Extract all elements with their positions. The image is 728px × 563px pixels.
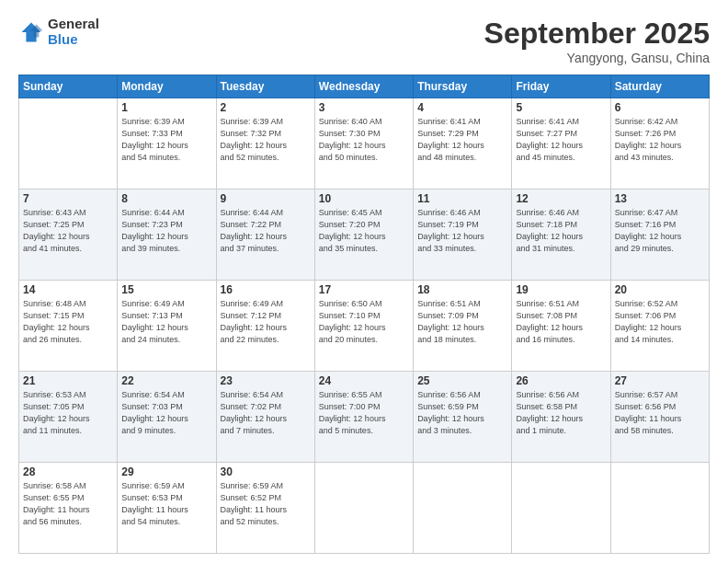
day-info: Sunrise: 6:55 AM Sunset: 7:00 PM Dayligh… xyxy=(319,389,409,437)
calendar-cell: 30Sunrise: 6:59 AM Sunset: 6:52 PM Dayli… xyxy=(216,463,314,554)
day-info: Sunrise: 6:45 AM Sunset: 7:20 PM Dayligh… xyxy=(319,207,409,255)
calendar-cell: 27Sunrise: 6:57 AM Sunset: 6:56 PM Dayli… xyxy=(610,372,709,463)
day-number: 17 xyxy=(319,283,409,296)
day-number: 5 xyxy=(516,101,606,114)
calendar-cell: 21Sunrise: 6:53 AM Sunset: 7:05 PM Dayli… xyxy=(19,372,118,463)
day-number: 11 xyxy=(417,192,507,205)
day-info: Sunrise: 6:51 AM Sunset: 7:08 PM Dayligh… xyxy=(516,298,606,346)
day-number: 26 xyxy=(516,374,606,387)
calendar-cell xyxy=(610,463,709,554)
day-info: Sunrise: 6:52 AM Sunset: 7:06 PM Dayligh… xyxy=(615,298,705,346)
calendar-cell: 4Sunrise: 6:41 AM Sunset: 7:29 PM Daylig… xyxy=(414,98,512,190)
calendar-cell: 12Sunrise: 6:46 AM Sunset: 7:18 PM Dayli… xyxy=(512,190,610,281)
day-number: 7 xyxy=(23,192,113,205)
day-number: 21 xyxy=(23,374,113,387)
day-number: 25 xyxy=(417,374,507,387)
weekday-header-row: SundayMondayTuesdayWednesdayThursdayFrid… xyxy=(19,75,710,98)
weekday-header-friday: Friday xyxy=(512,75,610,98)
week-row-4: 21Sunrise: 6:53 AM Sunset: 7:05 PM Dayli… xyxy=(19,372,710,463)
day-info: Sunrise: 6:40 AM Sunset: 7:30 PM Dayligh… xyxy=(319,116,409,164)
calendar-cell xyxy=(512,463,610,554)
day-info: Sunrise: 6:54 AM Sunset: 7:03 PM Dayligh… xyxy=(121,389,211,437)
weekday-header-saturday: Saturday xyxy=(610,75,709,98)
calendar-cell: 17Sunrise: 6:50 AM Sunset: 7:10 PM Dayli… xyxy=(314,281,413,372)
weekday-header-sunday: Sunday xyxy=(19,75,118,98)
calendar-cell: 24Sunrise: 6:55 AM Sunset: 7:00 PM Dayli… xyxy=(314,372,413,463)
day-info: Sunrise: 6:47 AM Sunset: 7:16 PM Dayligh… xyxy=(615,207,705,255)
day-info: Sunrise: 6:44 AM Sunset: 7:23 PM Dayligh… xyxy=(121,207,211,255)
logo-text: General Blue xyxy=(48,17,99,47)
day-number: 8 xyxy=(121,192,211,205)
day-info: Sunrise: 6:58 AM Sunset: 6:55 PM Dayligh… xyxy=(23,480,113,528)
logo-blue-text: Blue xyxy=(48,32,99,48)
calendar-cell: 14Sunrise: 6:48 AM Sunset: 7:15 PM Dayli… xyxy=(19,281,118,372)
day-number: 16 xyxy=(221,283,311,296)
logo: General Blue xyxy=(18,17,99,47)
day-info: Sunrise: 6:56 AM Sunset: 6:58 PM Dayligh… xyxy=(516,389,606,437)
day-number: 24 xyxy=(319,374,409,387)
day-info: Sunrise: 6:56 AM Sunset: 6:59 PM Dayligh… xyxy=(417,389,507,437)
day-info: Sunrise: 6:39 AM Sunset: 7:32 PM Dayligh… xyxy=(221,116,311,164)
day-info: Sunrise: 6:50 AM Sunset: 7:10 PM Dayligh… xyxy=(319,298,409,346)
day-number: 13 xyxy=(615,192,705,205)
weekday-header-monday: Monday xyxy=(118,75,216,98)
calendar-table: SundayMondayTuesdayWednesdayThursdayFrid… xyxy=(18,75,710,554)
weekday-header-wednesday: Wednesday xyxy=(314,75,413,98)
day-number: 30 xyxy=(221,465,311,478)
day-info: Sunrise: 6:59 AM Sunset: 6:53 PM Dayligh… xyxy=(121,480,211,528)
calendar-cell: 29Sunrise: 6:59 AM Sunset: 6:53 PM Dayli… xyxy=(118,463,216,554)
weekday-header-thursday: Thursday xyxy=(414,75,512,98)
week-row-1: 1Sunrise: 6:39 AM Sunset: 7:33 PM Daylig… xyxy=(19,98,710,190)
day-info: Sunrise: 6:43 AM Sunset: 7:25 PM Dayligh… xyxy=(23,207,113,255)
day-number: 10 xyxy=(319,192,409,205)
day-info: Sunrise: 6:53 AM Sunset: 7:05 PM Dayligh… xyxy=(23,389,113,437)
day-info: Sunrise: 6:42 AM Sunset: 7:26 PM Dayligh… xyxy=(615,116,705,164)
calendar-cell: 26Sunrise: 6:56 AM Sunset: 6:58 PM Dayli… xyxy=(512,372,610,463)
day-number: 20 xyxy=(615,283,705,296)
day-info: Sunrise: 6:54 AM Sunset: 7:02 PM Dayligh… xyxy=(221,389,311,437)
calendar-cell: 8Sunrise: 6:44 AM Sunset: 7:23 PM Daylig… xyxy=(118,190,216,281)
day-number: 19 xyxy=(516,283,606,296)
calendar-cell: 13Sunrise: 6:47 AM Sunset: 7:16 PM Dayli… xyxy=(610,190,709,281)
month-title: September 2025 xyxy=(484,17,710,51)
week-row-3: 14Sunrise: 6:48 AM Sunset: 7:15 PM Dayli… xyxy=(19,281,710,372)
day-info: Sunrise: 6:46 AM Sunset: 7:19 PM Dayligh… xyxy=(417,207,507,255)
location: Yangyong, Gansu, China xyxy=(484,51,710,65)
day-number: 22 xyxy=(121,374,211,387)
day-info: Sunrise: 6:41 AM Sunset: 7:27 PM Dayligh… xyxy=(516,116,606,164)
day-info: Sunrise: 6:44 AM Sunset: 7:22 PM Dayligh… xyxy=(221,207,311,255)
day-info: Sunrise: 6:49 AM Sunset: 7:13 PM Dayligh… xyxy=(121,298,211,346)
calendar-cell: 20Sunrise: 6:52 AM Sunset: 7:06 PM Dayli… xyxy=(610,281,709,372)
calendar-cell: 1Sunrise: 6:39 AM Sunset: 7:33 PM Daylig… xyxy=(118,98,216,190)
day-info: Sunrise: 6:51 AM Sunset: 7:09 PM Dayligh… xyxy=(417,298,507,346)
logo-icon xyxy=(18,19,44,45)
calendar-cell: 16Sunrise: 6:49 AM Sunset: 7:12 PM Dayli… xyxy=(216,281,314,372)
calendar-cell: 25Sunrise: 6:56 AM Sunset: 6:59 PM Dayli… xyxy=(414,372,512,463)
calendar-cell xyxy=(414,463,512,554)
day-info: Sunrise: 6:59 AM Sunset: 6:52 PM Dayligh… xyxy=(221,480,311,528)
title-block: September 2025 Yangyong, Gansu, China xyxy=(484,17,710,65)
day-info: Sunrise: 6:39 AM Sunset: 7:33 PM Dayligh… xyxy=(121,116,211,164)
calendar-cell: 7Sunrise: 6:43 AM Sunset: 7:25 PM Daylig… xyxy=(19,190,118,281)
calendar-cell: 15Sunrise: 6:49 AM Sunset: 7:13 PM Dayli… xyxy=(118,281,216,372)
calendar-cell: 10Sunrise: 6:45 AM Sunset: 7:20 PM Dayli… xyxy=(314,190,413,281)
day-number: 1 xyxy=(121,101,211,114)
day-info: Sunrise: 6:57 AM Sunset: 6:56 PM Dayligh… xyxy=(615,389,705,437)
week-row-5: 28Sunrise: 6:58 AM Sunset: 6:55 PM Dayli… xyxy=(19,463,710,554)
day-info: Sunrise: 6:46 AM Sunset: 7:18 PM Dayligh… xyxy=(516,207,606,255)
day-number: 9 xyxy=(221,192,311,205)
calendar-cell: 5Sunrise: 6:41 AM Sunset: 7:27 PM Daylig… xyxy=(512,98,610,190)
calendar-cell xyxy=(314,463,413,554)
calendar-cell: 28Sunrise: 6:58 AM Sunset: 6:55 PM Dayli… xyxy=(19,463,118,554)
day-info: Sunrise: 6:48 AM Sunset: 7:15 PM Dayligh… xyxy=(23,298,113,346)
week-row-2: 7Sunrise: 6:43 AM Sunset: 7:25 PM Daylig… xyxy=(19,190,710,281)
page: General Blue September 2025 Yangyong, Ga… xyxy=(0,0,728,563)
calendar-cell: 6Sunrise: 6:42 AM Sunset: 7:26 PM Daylig… xyxy=(610,98,709,190)
day-info: Sunrise: 6:49 AM Sunset: 7:12 PM Dayligh… xyxy=(221,298,311,346)
day-number: 18 xyxy=(417,283,507,296)
header: General Blue September 2025 Yangyong, Ga… xyxy=(18,17,710,65)
day-number: 15 xyxy=(121,283,211,296)
day-number: 28 xyxy=(23,465,113,478)
day-number: 14 xyxy=(23,283,113,296)
day-number: 3 xyxy=(319,101,409,114)
